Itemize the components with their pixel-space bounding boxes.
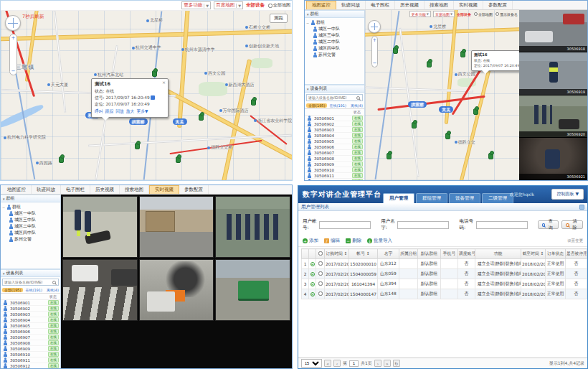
- all-map-checkbox[interactable]: 全部地图: [267, 2, 290, 9]
- client-tab[interactable]: 实时视频: [454, 1, 483, 9]
- delete-button[interactable]: − 删除: [346, 238, 361, 244]
- select-all-checkbox[interactable]: [318, 251, 323, 256]
- video-thumbnail[interactable]: 30506919: [519, 52, 587, 95]
- column-header[interactable]: 调度账号: [458, 249, 475, 259]
- popup-action-link[interactable]: 回放: [115, 109, 124, 113]
- column-header[interactable]: 是否被停用 ↕: [566, 249, 587, 259]
- add-button[interactable]: + 添加: [303, 238, 318, 244]
- column-header[interactable]: 手机号: [441, 249, 458, 259]
- map-canvas[interactable]: 北星桥石桥立交桥杭州交通中学杭州市源清中学创新创业新天地三墩镇杭州汽车北站西文公…: [1, 11, 292, 180]
- measure-distance-button[interactable]: 测距: [270, 14, 288, 23]
- device-row[interactable]: 30506908 在线: [305, 156, 364, 162]
- device-row[interactable]: 30506907 在线: [1, 335, 60, 340]
- last-page-icon[interactable]: »: [384, 360, 391, 367]
- map-type-dropdown[interactable]: 百度地图▼: [433, 11, 455, 17]
- video-cell[interactable]: [215, 196, 290, 258]
- clear-button[interactable]: 清除: [561, 220, 583, 229]
- page-size-select[interactable]: 15: [301, 359, 322, 368]
- map-canvas[interactable]: 更多功能▼ 百度地图▼ 全部设备 全部地图 显示设备名: [365, 10, 519, 180]
- column-header[interactable]: 名字: [378, 249, 399, 259]
- client-tab[interactable]: 轨迹回放: [336, 1, 366, 9]
- batch-import-button[interactable]: ↓ 批量导入: [367, 238, 392, 244]
- device-row[interactable]: 30506903 在线: [1, 312, 60, 317]
- map-zoom-slider[interactable]: [9, 34, 17, 75]
- client-tab[interactable]: 参数配置: [179, 185, 209, 194]
- client-tab[interactable]: 轨迹回放: [32, 185, 61, 194]
- expand-row-icon[interactable]: +: [310, 292, 315, 296]
- collapse-icon[interactable]: [579, 205, 584, 210]
- tree-collapse-icon[interactable]: −: [2, 205, 6, 210]
- tree-item[interactable]: 苏州交警: [8, 236, 59, 243]
- tree-item[interactable]: 城区三中队: [8, 217, 59, 223]
- all-map-checkbox[interactable]: 全部地图: [473, 12, 493, 17]
- tree-item[interactable]: 城区一中队: [8, 210, 59, 217]
- signal-detail-icon[interactable]: [151, 95, 155, 100]
- client-tab[interactable]: 历史视频: [395, 1, 425, 9]
- tree-item[interactable]: 城区四中队: [312, 45, 363, 52]
- device-search-input[interactable]: [307, 95, 356, 100]
- tree-item[interactable]: 城区三中队: [312, 32, 363, 39]
- client-tab[interactable]: 地图监控: [306, 1, 336, 9]
- device-filter-tab[interactable]: 全部(195): [306, 103, 327, 108]
- client-tab[interactable]: 搜索地图: [425, 1, 454, 9]
- search-icon[interactable]: [356, 96, 360, 100]
- device-row[interactable]: 30506908 在线: [1, 340, 60, 346]
- tree-item[interactable]: 城区四中队: [8, 230, 59, 236]
- device-marker-icon[interactable]: [387, 153, 392, 159]
- device-marker-icon[interactable]: [176, 157, 181, 163]
- device-row[interactable]: 30506906 在线: [305, 144, 364, 150]
- device-marker-icon[interactable]: [251, 99, 256, 106]
- video-cell[interactable]: [139, 259, 214, 321]
- prev-page-icon[interactable]: ‹: [333, 360, 341, 367]
- video-cell[interactable]: [215, 259, 290, 321]
- device-filter-tab[interactable]: 离线(4): [348, 103, 365, 108]
- device-row[interactable]: 30506907 在线: [305, 150, 364, 156]
- device-row[interactable]: 30506901 在线: [1, 300, 60, 306]
- expand-row-icon[interactable]: +: [310, 262, 315, 266]
- device-marker-icon[interactable]: [59, 157, 64, 163]
- map-pan-control[interactable]: [368, 20, 381, 33]
- client-tab[interactable]: 电子围栏: [366, 1, 395, 9]
- map-type-dropdown[interactable]: 百度地图 ▼: [214, 1, 243, 9]
- client-tab[interactable]: 实时视频: [149, 185, 179, 194]
- device-row[interactable]: 30506903 在线: [305, 127, 364, 133]
- client-tab[interactable]: 历史视频: [90, 185, 120, 194]
- control-panel-button[interactable]: 控制面板 ▼: [551, 189, 584, 200]
- device-row[interactable]: 30506904 在线: [1, 317, 60, 323]
- device-row[interactable]: 30506902 在线: [1, 306, 60, 312]
- client-tab[interactable]: 地图监控: [2, 185, 32, 194]
- all-devices-link[interactable]: 全部设备: [246, 2, 265, 9]
- device-marker-icon[interactable]: [135, 143, 140, 149]
- tree-collapse-icon[interactable]: −: [306, 21, 310, 25]
- account-input[interactable]: [319, 221, 371, 229]
- device-marker-icon[interactable]: [488, 153, 493, 159]
- show-device-names-checkbox[interactable]: 显示设备名: [495, 12, 518, 17]
- group-panel-header[interactable]: 群组: [1, 195, 60, 202]
- tree-item[interactable]: 城区二中队: [312, 39, 363, 45]
- device-filter-tab[interactable]: 全部(195): [2, 288, 23, 292]
- device-filter-tab[interactable]: 在线(191): [23, 288, 44, 292]
- column-header[interactable]: 截至时间 ↕: [521, 249, 546, 259]
- refresh-icon[interactable]: ↻: [393, 360, 400, 367]
- tree-root[interactable]: − 群组: [306, 19, 363, 26]
- popup-action-link[interactable]: 呼叫: [95, 109, 103, 113]
- device-search-input[interactable]: [3, 280, 52, 284]
- device-row[interactable]: 30506910 在线: [1, 352, 60, 358]
- more-functions-dropdown[interactable]: 更多功能 ▼: [181, 1, 211, 9]
- device-panel-header[interactable]: 设备列表: [305, 85, 364, 93]
- column-header[interactable]: 订单状态: [546, 249, 566, 259]
- tree-item[interactable]: 城区一中队: [312, 26, 363, 32]
- close-icon[interactable]: ×: [162, 80, 166, 85]
- expand-row-icon[interactable]: +: [310, 272, 315, 276]
- device-marker-icon[interactable]: [427, 61, 432, 67]
- video-cell[interactable]: [139, 196, 214, 258]
- popup-action-link[interactable]: 更多▼: [136, 109, 148, 113]
- admin-nav-tab[interactable]: 用户管理: [383, 193, 414, 203]
- column-header[interactable]: 所属分组: [399, 249, 418, 259]
- device-row[interactable]: 30506906 在线: [1, 329, 60, 335]
- row-checkbox[interactable]: [318, 291, 323, 296]
- popup-action-link[interactable]: 放大: [126, 109, 135, 113]
- device-marker-icon[interactable]: [460, 51, 465, 57]
- tree-item[interactable]: 城区二中队: [8, 223, 59, 230]
- group-panel-header[interactable]: 群组: [305, 10, 364, 18]
